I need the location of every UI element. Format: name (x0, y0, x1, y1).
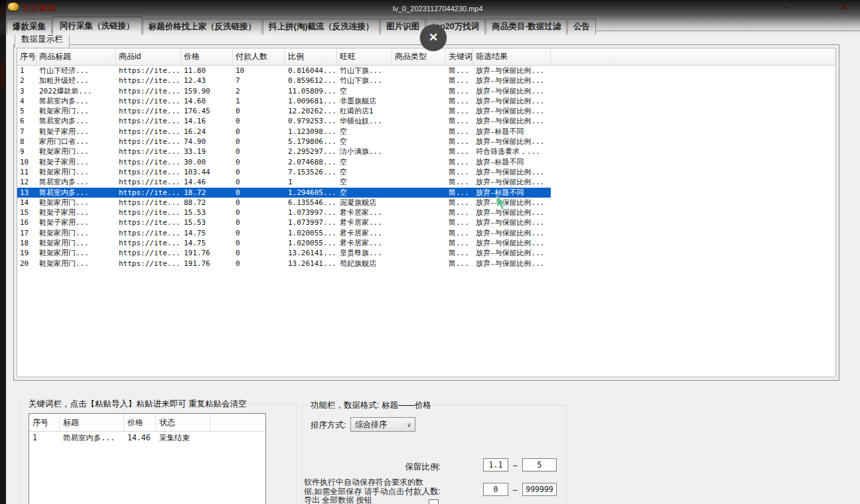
table-row[interactable]: 2加粗升级经...https://ite...12.4370.859612...… (17, 76, 551, 86)
table-cell: 简易室内多... (36, 188, 116, 198)
table-cell: 0 (233, 198, 285, 208)
minimize-button[interactable]: – (778, 1, 795, 13)
table-row[interactable]: 8家用门口省...https://ite...74.9005.179806...… (17, 137, 551, 147)
product-table: 序号商品标题商品id价格付款人数比例旺旺商品类型关键词筛选结果 1竹山下经济..… (17, 48, 836, 377)
column-header[interactable]: 序号 (17, 48, 36, 65)
table-cell: 鞋架子家用... (36, 218, 116, 227)
column-header[interactable]: 筛选结果 (473, 48, 551, 65)
table-row[interactable]: 16鞋架子家用...https://ite...15.5301.073997..… (17, 218, 551, 227)
table-cell: 0 (233, 248, 285, 258)
pay-count-max-input[interactable] (522, 483, 557, 496)
table-row[interactable]: 11鞋架家用门...https://ite...103.4407.153526.… (17, 167, 551, 177)
table-row[interactable]: 17鞋架家用门...https://ite...14.7501.020055..… (17, 228, 551, 238)
table-row[interactable]: 6简易室内多...https://ite...14.1600.979253...… (17, 116, 551, 126)
table-row[interactable]: 7鞋架子家用...https://ite...16.2401.123098...… (17, 127, 551, 137)
table-cell: 空 (337, 167, 392, 177)
table-cell: 苟妃旗舰店 (337, 259, 392, 269)
table-cell: https://ite... (116, 259, 181, 269)
column-header[interactable]: 商品id (116, 48, 181, 65)
close-button[interactable]: ✕ (835, 1, 852, 13)
table-cell: 15.53 (181, 218, 233, 227)
tab-item[interactable]: 同行采集（洗链接） (52, 17, 142, 34)
table-cell: https://ite... (116, 188, 181, 198)
table-cell: 鞋架家用门... (36, 167, 116, 177)
keep-ratio-label: 保留比例: (388, 462, 441, 473)
column-header[interactable]: 付款人数 (233, 48, 285, 65)
tab-item[interactable]: 爆款采集 (7, 19, 52, 34)
table-row[interactable]: 18鞋架家用门...https://ite...14.7501.020055..… (17, 238, 551, 248)
tab-item[interactable]: 图片识图 (380, 19, 425, 34)
table-row[interactable]: 15鞋架子家用...https://ite...15.5301.073997..… (17, 208, 551, 218)
keep-ratio-min-input[interactable] (483, 458, 508, 472)
table-cell: 159.90 (181, 86, 233, 96)
column-header[interactable]: 比例 (285, 48, 337, 65)
pay-count-min-input[interactable] (483, 483, 508, 496)
table-row[interactable]: 4简易室内多...https://ite...14.6011.009681...… (17, 96, 551, 106)
table-cell: 放弃-与保留比例... (473, 238, 551, 248)
tab-item[interactable]: 抖上拼(淘)截流（反洗连接） (263, 19, 380, 34)
table-row[interactable]: 9鞋架家用门...https://ite...33.1902.295297...… (17, 147, 551, 157)
table-cell: 14.46 (181, 177, 233, 187)
table-cell: 放弃-与保留比例... (473, 228, 551, 238)
tab-item[interactable]: 公告 (567, 19, 596, 34)
table-row[interactable]: 14鞋架家用门...https://ite...88.7206.135546..… (17, 198, 551, 208)
table-cell: 88.72 (181, 198, 233, 208)
table-cell: 皇贵尊旗... (337, 248, 392, 258)
table-cell: 洁小满旗... (337, 147, 392, 157)
table-cell: 鞋架子家用... (36, 127, 116, 137)
table-row[interactable]: 1竹山下经济...https://ite...11.80100.816044..… (17, 66, 551, 76)
table-cell: 简... (446, 259, 473, 269)
table-cell: 7 (17, 127, 36, 137)
maximize-button[interactable]: □ (808, 1, 825, 13)
table-cell: 空 (337, 157, 392, 167)
table-row[interactable]: 5鞋架家用门...https://ite...176.45012.20262..… (17, 106, 551, 116)
table-cell: https://ite... (116, 238, 181, 248)
column-header[interactable]: 价格 (124, 414, 156, 431)
table-cell: 泥凝旗舰店 (337, 198, 392, 208)
sort-mode-select[interactable]: 综合排序 ∨ (350, 417, 415, 432)
table-cell: 采集结束 (156, 432, 210, 444)
filter-checkbox[interactable] (429, 499, 439, 504)
table-cell: 191.76 (181, 248, 233, 258)
table-row[interactable]: 20鞋架家用门...https://ite...191.76013.26141.… (17, 259, 551, 269)
keep-ratio-max-input[interactable] (522, 458, 557, 472)
table-row[interactable]: 13简易室内多...https://ite...18.7201.294605..… (17, 188, 551, 198)
tab-item[interactable]: 标题价格找上家（反洗链接） (143, 19, 263, 34)
keep-ratio-dash: – (513, 461, 518, 470)
table-cell: 1.073997... (285, 208, 337, 218)
column-header[interactable]: 标题 (60, 414, 124, 431)
column-header[interactable]: 商品类型 (392, 48, 446, 65)
table-row[interactable]: 19鞋架家用门...https://ite...191.76013.26141.… (17, 248, 551, 258)
tab-item[interactable]: 商品类目-数据过滤 (486, 19, 567, 34)
sort-mode-value: 综合排序 (355, 420, 387, 429)
table-cell: 14.16 (181, 116, 233, 126)
table-row[interactable]: 12简易室内多...https://ite...14.4601空简...放弃-与… (17, 177, 551, 187)
table-cell: https://ite... (116, 218, 181, 227)
table-cell: 放弃-与保留比例... (473, 177, 551, 187)
column-header[interactable]: 旺旺 (337, 48, 392, 65)
column-header[interactable]: 商品标题 (36, 48, 116, 65)
table-cell: 9 (17, 147, 36, 157)
column-header[interactable]: 关键词 (446, 48, 473, 65)
table-cell (392, 116, 446, 126)
table-cell: https://ite... (116, 208, 181, 218)
table-cell (392, 106, 446, 116)
table-row[interactable]: 32022爆款新...https://ite...159.90211.05809… (17, 86, 551, 96)
table-cell: https://ite... (116, 228, 181, 238)
table-cell: https://ite... (116, 147, 181, 157)
table-cell: https://ite... (116, 76, 181, 86)
table-cell: 简... (446, 198, 473, 208)
table-cell: 12.43 (181, 76, 233, 86)
table-cell: 红甫的店1 (337, 106, 392, 116)
column-header[interactable]: 价格 (181, 48, 233, 65)
column-header[interactable]: 状态 (156, 414, 210, 431)
table-cell: 12 (17, 177, 36, 187)
table-row[interactable]: 1简易室内多...14.46采集结束 (29, 432, 265, 444)
column-header[interactable]: 序号 (29, 414, 60, 431)
table-cell: 2022爆款新... (36, 86, 116, 96)
table-cell: 简... (446, 157, 473, 167)
table-cell: 简易室内多... (60, 432, 124, 444)
table-row[interactable]: 10鞋架子家用...https://ite...30.0002.074688..… (17, 157, 551, 167)
table-cell: 16 (17, 218, 36, 227)
video-overlay-close-button[interactable]: ✕ (420, 25, 447, 51)
